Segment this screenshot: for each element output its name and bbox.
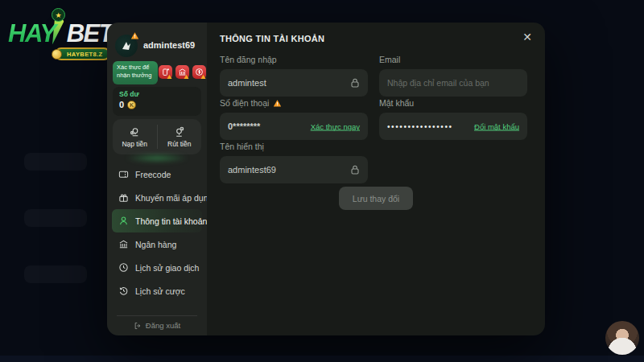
sidebar-menu: Freecode Khuyến mãi áp dụng Thông t <box>112 162 202 302</box>
phone-field: Số điện thoại 0******** Xác thực ngay <box>220 98 368 140</box>
verify-banner[interactable]: Xác thực để nhận thưởng <box>113 61 158 84</box>
background-decor <box>24 265 87 283</box>
password-label: Mật khẩu <box>379 98 527 108</box>
panel-title: THÔNG TIN TÀI KHOẢN <box>220 34 324 43</box>
warning-icon <box>167 74 172 80</box>
display-name-value: admintest69 <box>228 165 276 175</box>
username-input[interactable]: admintest <box>220 69 368 97</box>
password-input[interactable]: •••••••••••••••• Đổi mật khẩu <box>379 113 527 140</box>
verify-bank-button[interactable] <box>175 65 189 79</box>
display-name-field: Tên hiển thị admintest69 <box>220 142 368 183</box>
display-name-label: Tên hiển thị <box>220 142 368 151</box>
bank-icon <box>118 239 129 249</box>
menu-item-label: Freecode <box>135 170 171 179</box>
mascot-icon <box>120 39 133 52</box>
history-icon <box>118 286 129 296</box>
username-field: Tên đăng nhập admintest <box>220 55 368 97</box>
username-value: admintest <box>228 78 266 88</box>
balance-label: Số dư <box>119 90 195 98</box>
balance-value: 0 <box>119 100 124 109</box>
deposit-label: Nạp tiền <box>122 140 147 148</box>
brand-badge-label: HAYBET8.Z <box>67 51 103 58</box>
user-icon <box>118 216 129 226</box>
change-password-link[interactable]: Đổi mật khẩu <box>474 122 519 131</box>
sidebar-username: admintest69 <box>143 40 195 50</box>
verify-now-link[interactable]: Xác thực ngay <box>311 122 360 131</box>
sidebar-item-transaction-history[interactable]: Lịch sử giao dịch <box>112 256 202 279</box>
verify-phone-button[interactable] <box>159 65 172 79</box>
account-modal: admintest69 Xác thực để nhận thưởng <box>107 23 545 335</box>
brand-name: HAYBET <box>8 19 113 48</box>
menu-item-label: Ngân hàng <box>135 240 176 249</box>
logout-icon <box>134 322 142 330</box>
withdraw-button[interactable]: Rút tiền <box>158 119 202 154</box>
background-decor <box>24 153 87 171</box>
balance-card: Số dư 0 K <box>113 87 201 116</box>
password-value: •••••••••••••••• <box>387 122 453 131</box>
account-info-panel: THÔNG TIN TÀI KHOẢN ✕ Tên đăng nhập admi… <box>207 23 545 335</box>
warning-icon <box>273 99 282 108</box>
lock-icon <box>349 164 361 175</box>
email-input[interactable] <box>387 78 519 88</box>
lock-icon <box>349 77 361 88</box>
menu-item-label: Thông tin tài khoản <box>135 216 207 226</box>
warning-icon <box>200 74 206 80</box>
deposit-user-plus-icon <box>129 126 141 138</box>
k-coin-icon: K <box>127 101 136 109</box>
warning-icon <box>184 74 189 80</box>
sidebar-item-bank[interactable]: Ngân hàng <box>112 232 202 256</box>
withdraw-user-minus-icon <box>173 126 185 138</box>
phone-input[interactable]: 0******** Xác thực ngay <box>220 113 368 140</box>
logout-label: Đăng xuất <box>146 321 180 330</box>
username-label: Tên đăng nhập <box>220 55 368 64</box>
menu-item-label: Lịch sử cược <box>135 286 185 296</box>
support-avatar[interactable] <box>605 321 639 355</box>
background-footer-strip <box>0 356 644 362</box>
ticket-icon <box>118 169 129 179</box>
email-input-box[interactable] <box>379 69 527 97</box>
logout-button[interactable]: Đăng xuất <box>107 321 207 330</box>
menu-item-label: Lịch sử giao dịch <box>135 263 199 273</box>
brand-name-part2: BET <box>67 19 114 47</box>
menu-item-label: Khuyến mãi áp dụng <box>135 193 213 203</box>
clock-icon <box>118 262 129 273</box>
gift-icon <box>118 192 129 203</box>
brand-badge: HAYBET8.Z <box>55 47 110 60</box>
brand-name-part1: HAY <box>8 19 67 47</box>
close-icon[interactable]: ✕ <box>519 29 535 45</box>
brand-logo[interactable]: ★ HAYBET HAYBET8.Z <box>6 10 111 56</box>
wallet-card: Nạp tiền Rút tiền <box>113 119 201 154</box>
sidebar-item-promotions[interactable]: Khuyến mãi áp dụng <box>112 186 202 209</box>
background-decor <box>24 209 87 227</box>
sidebar-item-bet-history[interactable]: Lịch sử cược <box>112 279 202 302</box>
sidebar-item-account-info[interactable]: Thông tin tài khoản <box>112 209 202 232</box>
phone-label-text: Số điện thoại <box>220 98 269 108</box>
account-sidebar: admintest69 Xác thực để nhận thưởng <box>107 23 207 335</box>
sidebar-item-freecode[interactable]: Freecode <box>112 162 202 186</box>
display-name-input[interactable]: admintest69 <box>220 156 368 183</box>
page-root: ★ HAYBET HAYBET8.Z admintest69 Xác thực … <box>0 0 644 362</box>
deposit-button[interactable]: Nạp tiền <box>113 119 157 154</box>
warning-icon <box>130 31 139 40</box>
email-field: Email <box>379 55 527 97</box>
password-field: Mật khẩu •••••••••••••••• Đổi mật khẩu <box>379 98 527 140</box>
verify-payment-button[interactable] <box>192 65 206 79</box>
save-button[interactable]: Lưu thay đổi <box>339 187 413 210</box>
phone-value: 0******** <box>228 121 260 131</box>
withdraw-label: Rút tiền <box>167 140 191 148</box>
phone-label: Số điện thoại <box>220 98 368 108</box>
green-glow-decor <box>125 154 189 162</box>
sidebar-divider <box>117 315 197 316</box>
gold-coin-icon <box>52 49 62 60</box>
email-label: Email <box>379 55 527 64</box>
